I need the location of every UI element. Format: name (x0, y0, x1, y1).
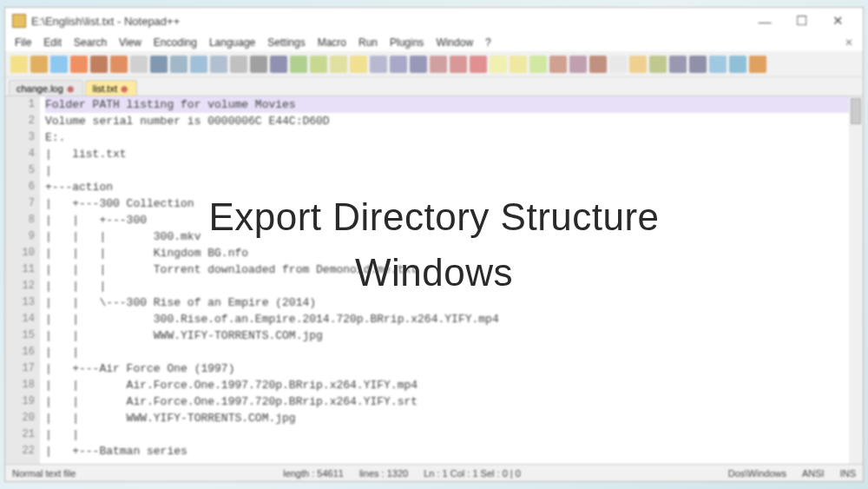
code-area[interactable]: Folder PATH listing for volume MoviesVol… (40, 96, 863, 464)
toolbar-button-8[interactable] (170, 56, 187, 73)
toolbar-button-20[interactable] (410, 56, 427, 73)
code-line[interactable]: +---action (45, 179, 863, 195)
close-button[interactable]: ✕ (819, 10, 856, 32)
code-line[interactable]: | | 300.Rise.of.an.Empire.2014.720p.BRri… (45, 311, 863, 327)
line-number: 3 (5, 129, 35, 146)
toolbar-button-1[interactable] (30, 56, 48, 73)
app-icon (12, 14, 26, 28)
code-line[interactable]: | (45, 162, 863, 179)
code-line[interactable]: Volume serial number is 0000006C E44C:D6… (45, 113, 863, 129)
menu-window[interactable]: Window (431, 36, 477, 49)
toolbar-button-36[interactable] (729, 56, 746, 73)
code-line[interactable]: | | | 300.mkv (45, 228, 863, 245)
toolbar-button-31[interactable] (629, 56, 647, 73)
line-number: 13 (5, 294, 35, 311)
scrollbar[interactable] (849, 96, 863, 464)
tab-changelog[interactable]: change.log ⊗ (9, 80, 83, 96)
line-number: 12 (5, 278, 35, 294)
statusbar: Normal text file length : 54611 lines : … (5, 464, 863, 481)
titlebar[interactable]: E:\English\list.txt - Notepad++ — ☐ ✕ (5, 8, 863, 34)
line-number: 5 (5, 162, 35, 179)
line-number: 1 (5, 96, 35, 113)
toolbar-button-24[interactable] (490, 56, 507, 73)
toolbar-button-0[interactable] (10, 56, 28, 73)
code-line[interactable]: | | (45, 344, 863, 360)
tab-label: change.log (16, 83, 63, 94)
toolbar-button-22[interactable] (450, 56, 467, 73)
code-line[interactable]: | +---Batman series (45, 443, 863, 459)
toolbar-button-30[interactable] (609, 56, 627, 73)
toolbar-button-12[interactable] (250, 56, 267, 73)
toolbar-button-3[interactable] (70, 56, 88, 73)
toolbar-button-32[interactable] (649, 56, 667, 73)
code-line[interactable]: | | (45, 426, 863, 443)
menu-encoding[interactable]: Encoding (149, 36, 201, 49)
code-line[interactable]: | | Air.Force.One.1997.720p.BRrip.x264.Y… (45, 377, 863, 393)
code-line[interactable]: | +---300 Collection (45, 195, 863, 212)
tab-listtxt[interactable]: list.txt ⊗ (85, 80, 137, 96)
minimize-button[interactable]: — (746, 10, 783, 32)
menu-help[interactable]: ? (481, 36, 496, 49)
toolbar-button-18[interactable] (370, 56, 387, 73)
toolbar-button-25[interactable] (510, 56, 527, 73)
code-line[interactable]: | | | Kingdom BG.nfo (45, 245, 863, 261)
toolbar-button-27[interactable] (549, 56, 567, 73)
code-line[interactable]: | | +---300 (45, 212, 863, 228)
toolbar-button-17[interactable] (350, 56, 367, 73)
toolbar-button-6[interactable] (130, 56, 148, 73)
menu-run[interactable]: Run (354, 36, 382, 49)
code-line[interactable]: | | Air.Force.One.1997.720p.BRrip.x264.Y… (45, 393, 863, 410)
toolbar-button-28[interactable] (569, 56, 587, 73)
toolbar-button-35[interactable] (709, 56, 727, 73)
status-eol: Dos\Windows (728, 468, 786, 479)
toolbar-button-33[interactable] (669, 56, 687, 73)
toolbar-button-19[interactable] (390, 56, 407, 73)
tabstrip: change.log ⊗ list.txt ⊗ (5, 77, 863, 96)
tab-close-icon[interactable]: ⊗ (67, 84, 74, 94)
toolbar-button-10[interactable] (210, 56, 227, 73)
code-line[interactable]: | list.txt (45, 146, 863, 162)
toolbar-button-16[interactable] (330, 56, 347, 73)
tab-close-icon[interactable]: ⊗ (121, 84, 128, 94)
toolbar-button-37[interactable] (749, 56, 766, 73)
toolbar-button-2[interactable] (50, 56, 68, 73)
toolbar-button-14[interactable] (290, 56, 307, 73)
code-line[interactable]: | +---Air Force One (1997) (45, 360, 863, 377)
menu-file[interactable]: File (10, 36, 36, 49)
code-line[interactable]: | | \---300 Rise of an Empire (2014) (45, 294, 863, 311)
status-position: Ln : 1 Col : 1 Sel : 0 | 0 (424, 468, 521, 479)
code-line[interactable]: Folder PATH listing for volume Movies (45, 96, 863, 113)
menu-plugins[interactable]: Plugins (385, 36, 428, 49)
toolbar-button-9[interactable] (190, 56, 207, 73)
status-encoding: ANSI (802, 468, 825, 479)
app-window: E:\English\list.txt - Notepad++ — ☐ ✕ Fi… (4, 7, 864, 482)
toolbar-button-15[interactable] (310, 56, 327, 73)
toolbar-button-29[interactable] (589, 56, 607, 73)
scroll-thumb[interactable] (851, 98, 861, 124)
menubar: File Edit Search View Encoding Language … (5, 34, 863, 51)
code-line[interactable]: | | WWW.YIFY-TORRENTS.COM.jpg (45, 327, 863, 344)
code-line[interactable]: | | WWW.YIFY-TORRENTS.COM.jpg (45, 410, 863, 426)
code-line[interactable]: | | | (45, 278, 863, 294)
menu-view[interactable]: View (115, 36, 146, 49)
code-line[interactable]: | | | Torrent downloaded from Demonoid.m… (45, 261, 863, 278)
toolbar-button-11[interactable] (230, 56, 247, 73)
line-number: 17 (5, 360, 35, 377)
toolbar-button-23[interactable] (470, 56, 487, 73)
menu-search[interactable]: Search (69, 36, 111, 49)
toolbar-button-34[interactable] (689, 56, 707, 73)
editor[interactable]: 12345678910111213141516171819202122 Fold… (5, 96, 863, 464)
toolbar-button-21[interactable] (430, 56, 447, 73)
code-line[interactable]: E:. (45, 129, 863, 146)
menubar-close-icon[interactable]: ✕ (840, 36, 858, 49)
toolbar-button-13[interactable] (270, 56, 287, 73)
menu-edit[interactable]: Edit (39, 36, 66, 49)
toolbar-button-26[interactable] (529, 56, 547, 73)
toolbar-button-4[interactable] (90, 56, 108, 73)
menu-macro[interactable]: Macro (313, 36, 351, 49)
maximize-button[interactable]: ☐ (783, 10, 819, 32)
toolbar-button-5[interactable] (110, 56, 128, 73)
menu-settings[interactable]: Settings (263, 36, 309, 49)
menu-language[interactable]: Language (205, 36, 260, 49)
toolbar-button-7[interactable] (150, 56, 168, 73)
